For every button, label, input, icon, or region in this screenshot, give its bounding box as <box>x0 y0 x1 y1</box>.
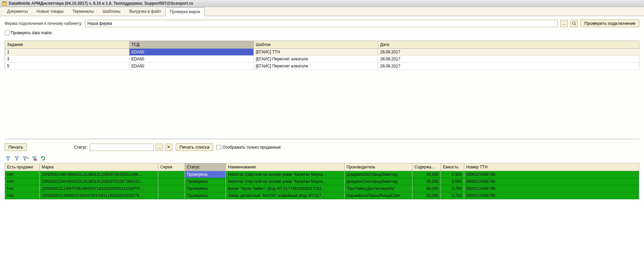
cell-date: 28.09.2017 <box>378 56 639 63</box>
table-row[interactable]: Нет 22N00001CJRWZVC0O4V3SYO4111800200233… <box>5 192 639 199</box>
check-dm-label: Проверять data matrix <box>11 31 52 35</box>
cell-producer: ДиаджеоСкотландЛимитед <box>345 178 412 185</box>
col-header-mark[interactable]: Марка <box>40 163 158 171</box>
tab-templates[interactable]: Шаблоны <box>98 7 125 16</box>
check-dm-checkbox[interactable]: Проверять data matrix <box>5 31 52 35</box>
filter-clear-icon[interactable] <box>31 155 38 162</box>
col-header-ttn[interactable]: Номер ТТН <box>464 163 639 171</box>
cell-tsd: EDA50 <box>129 63 254 70</box>
col-header-template[interactable]: Шаблон <box>254 41 378 49</box>
table-row[interactable]: Нет 22N0000154H3W8JGL31380L5120803700155… <box>5 171 639 178</box>
cell-content: 20,000 <box>412 192 441 199</box>
tab-bar: Документы Новые товары Терминалы Шаблоны… <box>0 7 644 16</box>
cell-series <box>158 178 185 185</box>
tab-export[interactable]: Выгрузка в файл <box>125 7 165 16</box>
cell-content: 40,000 <box>412 185 441 192</box>
col-header-date[interactable]: Дата <box>378 41 639 49</box>
status-select-button[interactable]: … <box>156 144 163 151</box>
cell-name: Напиток спиртной на основе рома "Капитан… <box>226 171 345 178</box>
status-label: Статус: <box>74 145 88 150</box>
svg-point-2 <box>572 22 575 24</box>
cell-template: [ЕГАИС] ТТН <box>254 49 378 56</box>
svg-line-3 <box>575 24 576 25</box>
cell-series <box>158 192 185 199</box>
cell-status: Проверена <box>185 185 226 192</box>
cell-mark: 22N0000154H3W8JGL31380L512080370015551O9… <box>40 171 158 178</box>
cell-tsd: EDA50 <box>129 49 254 56</box>
firm-input[interactable] <box>85 20 558 27</box>
tab-terminals[interactable]: Терминалы <box>68 7 98 16</box>
cell-status: Проверена <box>185 171 226 178</box>
col-header-status[interactable]: Статус <box>185 163 226 171</box>
check-connection-button[interactable]: Проверить подключение <box>580 19 639 27</box>
cell-content: 35,000 <box>412 171 441 178</box>
print-list-button[interactable]: Печать списка <box>176 143 213 151</box>
cell-ttn: 0000123456789 <box>464 178 639 185</box>
firm-search-button[interactable] <box>570 20 578 27</box>
cell-capacity: 0,700 <box>441 192 464 199</box>
tab-documents[interactable]: Документы <box>3 7 32 16</box>
window-title: DataMobile АРМДиспетчера (04.10.2017) v.… <box>9 1 193 6</box>
svg-rect-0 <box>2 1 6 5</box>
table-header-row: Есть продажи Марка Серия Статус Наименов… <box>5 163 639 171</box>
col-header-tsd[interactable]: ТСД <box>129 41 254 49</box>
cell-capacity: 0,750 <box>441 185 464 192</box>
checkbox-icon <box>5 31 9 35</box>
table-row[interactable]: 3 EDA50 [ЕГАИС] Пересчет алкоголя 28.09.… <box>5 56 639 63</box>
table-row[interactable]: Нет 22N00001CJJRHTDEA4N3SY14102402500141… <box>5 185 639 192</box>
cell-sold: Нет <box>5 178 40 185</box>
cell-status: Проверена <box>185 178 226 185</box>
cell-template: [ЕГАИС] Пересчет алкоголя <box>254 63 378 70</box>
filter-icon[interactable] <box>5 155 11 162</box>
status-clear-button[interactable]: ✕ <box>165 144 172 151</box>
firm-row: Фирма подключения к личному кабинету: … … <box>5 19 639 27</box>
cell-sold: Нет <box>5 192 40 199</box>
cell-name: Напиток спиртной на основе рома "Капитан… <box>226 178 345 185</box>
firm-label: Фирма подключения к личному кабинету: <box>5 21 82 26</box>
col-header-sold[interactable]: Есть продажи <box>5 163 40 171</box>
col-header-task[interactable]: Задание <box>5 41 129 49</box>
cell-tsd: EDA50 <box>129 56 254 63</box>
cell-date: 28.09.2017 <box>378 49 639 56</box>
table-row[interactable]: 1 EDA50 [ЕГАИС] ТТН 28.09.2017 <box>5 49 639 56</box>
cell-date: 28.09.2017 <box>378 63 639 70</box>
tasks-table[interactable]: Задание ТСД Шаблон Дата 1 EDA50 [ЕГАИС] … <box>5 41 639 70</box>
status-input[interactable] <box>90 144 154 151</box>
mid-toolbar: Печать Статус: … ✕ Печать списка Отображ… <box>5 143 639 151</box>
cell-series <box>158 171 185 178</box>
col-header-name[interactable]: Наименование <box>226 163 345 171</box>
cell-name: Ликёр десертный "КАЛУА" кофейный (Код АП… <box>226 192 345 199</box>
table-row[interactable]: Нет 22N0000154H3W8JGL31380L5120803701387… <box>5 178 639 185</box>
print-button[interactable]: Печать <box>5 143 27 151</box>
col-header-series[interactable]: Серия <box>158 163 185 171</box>
cell-task: 3 <box>5 56 129 63</box>
cell-series <box>158 185 185 192</box>
tasks-table-wrap: Задание ТСД Шаблон Дата 1 EDA50 [ЕГАИС] … <box>5 39 639 139</box>
svg-marker-4 <box>6 157 10 160</box>
cell-sold: Нет <box>5 185 40 192</box>
marks-table[interactable]: Есть продажи Марка Серия Статус Наименов… <box>5 163 639 199</box>
cell-template: [ЕГАИС] Пересчет алкоголя <box>254 56 378 63</box>
filter-icon[interactable] <box>13 155 20 162</box>
cell-capacity: 0,500 <box>441 178 464 185</box>
app-icon <box>2 1 7 6</box>
col-header-content[interactable]: Содержа... <box>412 163 441 171</box>
table-row[interactable]: 5 EDA50 [ЕГАИС] Пересчет алкоголя 28.09.… <box>5 63 639 70</box>
cell-producer: "ИрлТаймсДистиллериКо" <box>345 185 412 192</box>
filter-dropdown-icon[interactable] <box>22 155 29 162</box>
show-sold-label: Отображать только проданные <box>223 145 281 150</box>
tab-check-marks[interactable]: Проверка марок <box>165 7 205 16</box>
tab-content: Фирма подключения к личному кабинету: … … <box>0 16 644 203</box>
cell-content: 35,000 <box>412 178 441 185</box>
cell-capacity: 0,500 <box>441 171 464 178</box>
refresh-icon[interactable] <box>40 155 46 162</box>
col-header-capacity[interactable]: Емкость <box>441 163 464 171</box>
tab-new-goods[interactable]: Новые товары <box>32 7 68 16</box>
check-dm-row: Проверять data matrix <box>5 31 639 35</box>
firm-select-button[interactable]: … <box>560 20 568 27</box>
show-sold-checkbox[interactable]: Отображать только проданные <box>216 145 281 150</box>
cell-task: 1 <box>5 49 129 56</box>
cell-mark: 22N00001CJJRHTDEA4N3SY141024025001413GPY… <box>40 185 158 192</box>
col-header-producer[interactable]: Производитель <box>345 163 412 171</box>
cell-sold: Нет <box>5 171 40 178</box>
